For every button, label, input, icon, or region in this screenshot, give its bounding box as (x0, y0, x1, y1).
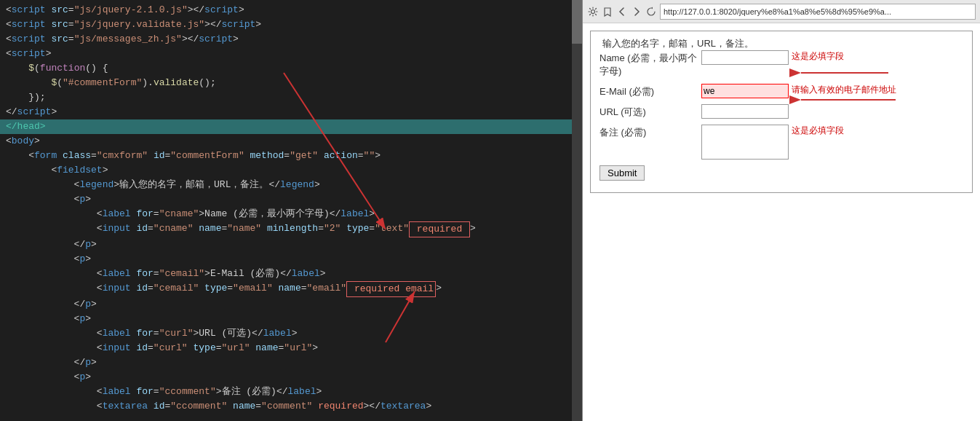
forward-button[interactable] (631, 6, 642, 17)
code-text: label (103, 267, 131, 281)
code-text: < (6, 3, 12, 17)
code-text (6, 61, 28, 76)
code-line: <script> (0, 47, 582, 61)
bookmark-icon[interactable] (602, 6, 613, 17)
address-bar[interactable]: http://127.0.0.1:8020/jquery%e8%a1%a8%e5… (660, 4, 976, 20)
back-button[interactable] (616, 6, 628, 17)
code-text: Name (必需，最小两个字母) (204, 207, 330, 221)
code-line: $("#commentForm").validate(); (0, 76, 582, 90)
code-text: </ (6, 237, 85, 252)
code-text: p (85, 355, 91, 370)
code-text: > (113, 178, 119, 192)
code-line: <p> (0, 252, 582, 267)
code-text: "cmxform" (97, 149, 148, 163)
code-line: <label for="cemail">E-Mail (必需)</label> (0, 267, 582, 281)
code-text: legend (280, 178, 314, 192)
code-text: input (103, 221, 131, 236)
code-text: p (85, 237, 91, 252)
code-text: </ (6, 119, 17, 134)
email-input[interactable] (701, 84, 789, 98)
code-text: p (79, 252, 85, 267)
code-text: name (227, 399, 255, 414)
code-text: id (131, 221, 148, 236)
code-line: </p> (0, 237, 582, 252)
code-text: }); (6, 90, 46, 105)
code-text: for (131, 267, 154, 281)
code-text: = (68, 17, 74, 32)
code-line: <p> (0, 312, 582, 326)
code-line: <script src="js/jquery-2.1.0.js"></scrip… (0, 3, 582, 17)
comment-textarea[interactable] (701, 125, 789, 160)
code-text: < (6, 32, 12, 47)
code-text: src (46, 32, 68, 47)
editor-scrollbar[interactable] (572, 0, 582, 421)
code-text: > (85, 192, 91, 207)
code-text: label (288, 385, 316, 399)
code-text: 输入您的名字，邮箱，URL，备注。 (119, 178, 268, 192)
code-text: head (17, 119, 40, 134)
code-text: < (6, 149, 34, 163)
code-text: "url" (222, 341, 250, 355)
svg-point-4 (591, 9, 595, 13)
code-text: < (6, 47, 12, 61)
code-text: < (6, 178, 79, 192)
code-text: $ (51, 76, 57, 90)
code-text: method (244, 149, 284, 163)
code-text: ></ (188, 3, 204, 17)
code-text: URL (可选) (199, 326, 252, 341)
code-text: "#commentForm" (63, 76, 142, 90)
code-text: id (131, 341, 148, 355)
code-text: ></ (182, 32, 199, 47)
code-text: "text" (375, 221, 409, 236)
code-text: required email (346, 281, 436, 297)
code-text: < (6, 192, 79, 207)
code-line: </p> (0, 297, 582, 312)
code-line: <form class="cmxform" id="commentForm" m… (0, 149, 582, 163)
code-line: }); (0, 90, 582, 105)
code-text: validate (154, 76, 199, 90)
name-input[interactable] (701, 50, 789, 65)
code-text: "curl" (159, 326, 194, 341)
code-text: < (6, 370, 79, 385)
code-text: < (6, 267, 103, 281)
code-text: input (103, 281, 131, 296)
code-text: type (199, 281, 227, 296)
browser-content: 输入您的名字，邮箱，URL，备注。 Name (必需，最小两个字母) 这是必填字… (583, 23, 980, 421)
code-text: "comment" (261, 399, 312, 414)
code-text: > (233, 32, 239, 47)
code-text: "cemail" (154, 281, 199, 296)
code-text: < (6, 17, 12, 32)
code-text: "ccomment" (159, 385, 216, 399)
code-line: <legend>输入您的名字，邮箱，URL，备注。</legend> (0, 178, 582, 192)
code-text: required (409, 221, 470, 237)
code-text: script (17, 105, 52, 119)
code-text: "curl" (154, 341, 188, 355)
name-error-msg: 这是必填字段 (792, 50, 844, 63)
code-text: p (79, 370, 85, 385)
code-text: id (148, 149, 164, 163)
code-text: name (193, 221, 221, 236)
code-text: > (255, 17, 261, 32)
settings-icon[interactable] (587, 6, 599, 17)
code-text: label (103, 385, 131, 399)
url-input[interactable] (701, 104, 789, 119)
code-line: <textarea id="ccomment" name="comment" r… (0, 399, 582, 414)
code-text: "ccomment" (170, 399, 227, 414)
code-text: "cemail" (159, 267, 204, 281)
code-text: label (263, 326, 292, 341)
form-row-submit: Submit (599, 165, 963, 181)
code-text: "js/jquery.validate.js" (74, 17, 204, 32)
submit-button[interactable]: Submit (599, 165, 645, 181)
code-text: ( (57, 76, 63, 90)
code-text: < (6, 281, 103, 296)
code-text: < (6, 221, 103, 236)
form-row-email: E-Mail (必需) 请输入有效的电子邮件地址 (599, 84, 963, 98)
code-text: "commentForm" (170, 149, 244, 163)
code-text: > (103, 163, 108, 178)
editor-scrollbar-thumb[interactable] (572, 0, 582, 44)
form-row-name: Name (必需，最小两个字母) 这是必填字段 (599, 50, 963, 78)
code-text (6, 76, 51, 90)
reload-button[interactable] (645, 6, 657, 17)
code-text: > (46, 47, 52, 61)
code-text: = (68, 32, 74, 47)
